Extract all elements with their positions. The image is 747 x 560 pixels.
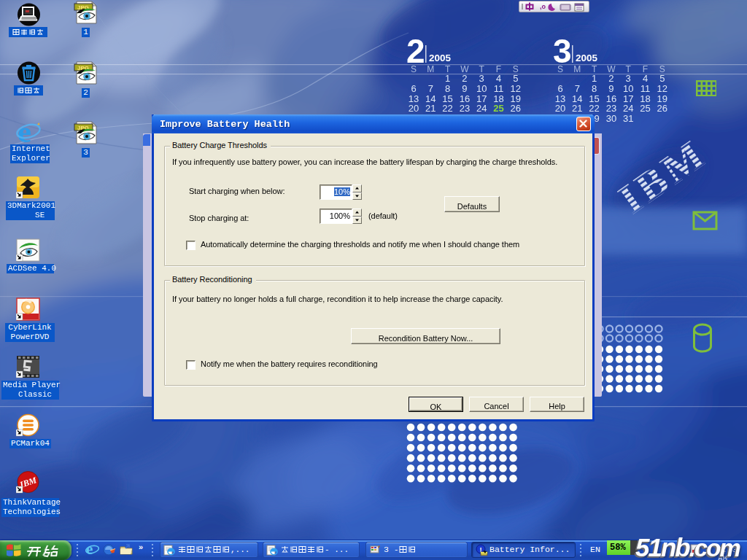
svg-text:S: S (411, 64, 417, 74)
svg-text:6: 6 (411, 83, 416, 94)
svg-text:12: 12 (511, 83, 521, 94)
svg-text:9: 9 (608, 83, 614, 94)
svg-text:S: S (557, 64, 563, 74)
svg-text:30: 30 (606, 113, 616, 124)
svg-text:1: 1 (445, 73, 450, 84)
svg-text:M: M (573, 64, 581, 74)
svg-text:26: 26 (511, 103, 521, 114)
svg-text:11: 11 (494, 83, 504, 94)
svg-text:20: 20 (555, 103, 565, 114)
svg-text:21: 21 (425, 103, 436, 114)
svg-text:23: 23 (460, 103, 470, 114)
svg-text:6: 6 (557, 83, 562, 94)
svg-text:23: 23 (606, 103, 616, 114)
svg-text:10: 10 (476, 83, 487, 94)
svg-text:3: 3 (479, 73, 484, 84)
svg-text:20: 20 (409, 103, 419, 114)
svg-text:2: 2 (462, 73, 467, 84)
svg-text:22: 22 (442, 103, 452, 114)
svg-text:7: 7 (428, 83, 433, 94)
svg-text:e: e (18, 120, 31, 144)
svg-text:22: 22 (589, 103, 599, 114)
svg-text:4: 4 (643, 73, 648, 84)
svg-text:8: 8 (592, 83, 597, 94)
svg-text:2: 2 (608, 73, 614, 84)
svg-text:11: 11 (640, 83, 651, 94)
svg-text:10: 10 (623, 83, 633, 94)
svg-text:24: 24 (476, 103, 487, 114)
svg-text:21: 21 (572, 103, 582, 114)
svg-text:26: 26 (657, 103, 667, 114)
svg-text:5: 5 (659, 73, 665, 84)
svg-text:1: 1 (592, 73, 597, 84)
svg-text:8: 8 (445, 83, 450, 94)
svg-text:5: 5 (513, 73, 518, 84)
svg-text:e: e (86, 542, 93, 556)
svg-text:2005: 2005 (429, 52, 452, 63)
svg-text:3: 3 (626, 73, 631, 84)
svg-text:12: 12 (657, 83, 667, 94)
svg-text:7: 7 (575, 83, 580, 94)
svg-text:2005: 2005 (576, 52, 598, 63)
svg-text:24: 24 (623, 103, 633, 114)
svg-text:M: M (427, 64, 434, 74)
svg-text:25: 25 (640, 103, 650, 114)
svg-text:25: 25 (493, 103, 503, 114)
svg-text:31: 31 (623, 113, 633, 124)
svg-text:4: 4 (496, 73, 501, 84)
svg-text:,o: ,o (540, 3, 546, 10)
svg-text:9: 9 (462, 83, 467, 94)
